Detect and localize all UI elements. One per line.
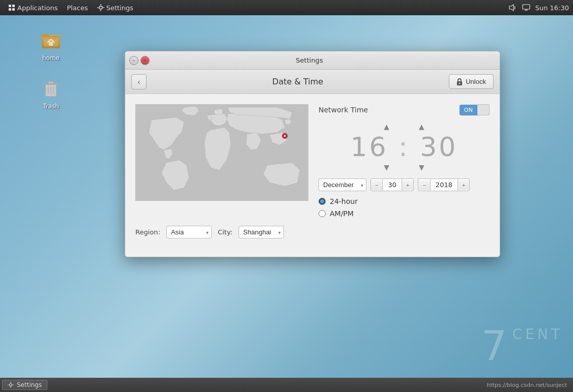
close-button[interactable]: × xyxy=(140,56,150,65)
hour-up-arrow[interactable]: ▲ xyxy=(381,122,392,132)
monitor-icon xyxy=(522,4,530,11)
day-increment[interactable]: + xyxy=(402,180,413,190)
bottom-taskbar-left: Settings xyxy=(2,380,47,390)
trash-icon[interactable]: Trash xyxy=(31,76,71,110)
watermark: 7 CENT xyxy=(481,326,563,367)
year-increment[interactable]: + xyxy=(458,180,469,190)
bottom-taskbar-url: https://blog.csdn.net/sunject xyxy=(486,382,571,388)
home-folder-icon[interactable]: home xyxy=(31,28,71,62)
applications-menu[interactable]: Applications xyxy=(4,3,62,13)
minute-down-arrow[interactable]: ▼ xyxy=(416,162,427,172)
right-panel: Network Time ON ▲ ▲ 16 : 30 xyxy=(319,104,490,218)
clock-arrows-bottom: ▼ ▼ xyxy=(381,162,427,172)
clock-colon: : xyxy=(388,132,420,162)
network-time-label: Network Time xyxy=(319,106,368,114)
svg-rect-2 xyxy=(9,8,11,11)
dialog-content: Network Time ON ▲ ▲ 16 : 30 xyxy=(125,94,500,257)
settings-taskbar-icon xyxy=(8,382,14,388)
format-ampm-label: AM/PM xyxy=(330,209,354,218)
region-select[interactable]: Asia Europe Americas Africa xyxy=(166,226,212,238)
clock-hour: 16 xyxy=(351,132,388,162)
taskbar-right: Sun 16:30 xyxy=(509,4,569,12)
volume-icon xyxy=(509,4,517,11)
svg-point-4 xyxy=(99,6,102,9)
region-label: Region: xyxy=(135,228,160,236)
places-label: Places xyxy=(67,4,88,12)
format-ampm-radio[interactable] xyxy=(319,210,326,217)
clock-display: 16 : 30 xyxy=(351,134,458,160)
format-24h-label: 24-hour xyxy=(330,197,358,205)
clock-arrows-top: ▲ ▲ xyxy=(381,122,427,132)
year-decrement[interactable]: − xyxy=(418,180,429,190)
page-title: Date & Time xyxy=(272,77,323,86)
svg-rect-10 xyxy=(523,5,530,9)
format-24h-option[interactable]: 24-hour xyxy=(319,197,490,205)
format-24h-radio[interactable] xyxy=(319,198,326,205)
day-spinner: − 30 + xyxy=(370,178,414,191)
year-value: 2018 xyxy=(430,179,458,191)
world-map[interactable] xyxy=(135,104,308,201)
day-decrement[interactable]: − xyxy=(371,180,382,190)
svg-rect-15 xyxy=(49,42,53,46)
svg-marker-9 xyxy=(509,5,513,11)
settings-menu[interactable]: Settings xyxy=(93,3,137,13)
taskbar-left: Applications Places Settings xyxy=(4,3,137,13)
settings-label: Settings xyxy=(106,4,133,12)
month-select-wrapper: JanuaryFebruaryMarch AprilMayJune JulyAu… xyxy=(319,178,366,191)
dialog-titlebar: – × Settings xyxy=(125,51,500,70)
dialog-window-controls: – × xyxy=(129,56,150,65)
clock-area: ▲ ▲ 16 : 30 ▼ ▼ xyxy=(319,122,490,172)
svg-rect-0 xyxy=(9,5,11,7)
home-label: home xyxy=(42,54,60,62)
settings-dialog: – × Settings ‹ Date & Time Unlock xyxy=(125,51,500,257)
network-time-row: Network Time ON xyxy=(319,104,490,115)
trash-label: Trash xyxy=(43,103,59,110)
applications-label: Applications xyxy=(17,4,58,12)
svg-point-28 xyxy=(10,384,12,386)
svg-point-27 xyxy=(284,135,286,137)
toggle-off-area xyxy=(477,104,490,115)
settings-taskbar-label: Settings xyxy=(17,381,42,388)
home-folder-image xyxy=(39,28,63,52)
trash-image xyxy=(39,76,63,101)
format-ampm-option[interactable]: AM/PM xyxy=(319,209,490,218)
city-select[interactable]: Shanghai Beijing Tokyo Seoul xyxy=(239,226,284,238)
svg-rect-18 xyxy=(48,81,54,83)
svg-rect-3 xyxy=(12,8,15,11)
bottom-taskbar: Settings https://blog.csdn.net/sunject xyxy=(0,378,573,392)
settings-icon xyxy=(97,4,104,11)
taskbar: Applications Places Settings Sun 16:30 xyxy=(0,0,573,15)
applications-icon xyxy=(8,4,15,11)
year-spinner: − 2018 + xyxy=(418,178,470,191)
main-content-row: Network Time ON ▲ ▲ 16 : 30 xyxy=(135,104,490,218)
minute-up-arrow[interactable]: ▲ xyxy=(416,122,427,132)
clock-minute: 30 xyxy=(420,132,457,162)
network-time-toggle[interactable]: ON xyxy=(460,104,490,115)
watermark-text: CENT xyxy=(512,326,563,343)
month-select[interactable]: JanuaryFebruaryMarch AprilMayJune JulyAu… xyxy=(319,178,366,191)
date-row: JanuaryFebruaryMarch AprilMayJune JulyAu… xyxy=(319,178,490,191)
toggle-on-label: ON xyxy=(460,105,477,115)
region-select-wrapper: Asia Europe Americas Africa xyxy=(166,226,212,238)
city-select-wrapper: Shanghai Beijing Tokyo Seoul xyxy=(239,226,284,238)
time-format-row: 24-hour AM/PM xyxy=(319,197,490,218)
places-menu[interactable]: Places xyxy=(63,3,92,13)
day-value: 30 xyxy=(382,179,402,191)
city-label: City: xyxy=(218,228,233,236)
datetime-display: Sun 16:30 xyxy=(535,4,569,12)
back-button[interactable]: ‹ xyxy=(131,74,147,89)
svg-point-23 xyxy=(459,82,461,84)
svg-rect-1 xyxy=(12,5,15,7)
dialog-title: Settings xyxy=(150,56,469,64)
lock-icon xyxy=(456,78,463,85)
settings-taskbar-item[interactable]: Settings xyxy=(2,380,47,390)
hour-down-arrow[interactable]: ▼ xyxy=(381,162,392,172)
dialog-toolbar: ‹ Date & Time Unlock xyxy=(125,70,500,94)
minimize-button[interactable]: – xyxy=(129,56,138,65)
region-city-row: Region: Asia Europe Americas Africa City… xyxy=(135,226,490,238)
unlock-button[interactable]: Unlock xyxy=(449,74,494,89)
watermark-number: 7 xyxy=(481,326,510,367)
